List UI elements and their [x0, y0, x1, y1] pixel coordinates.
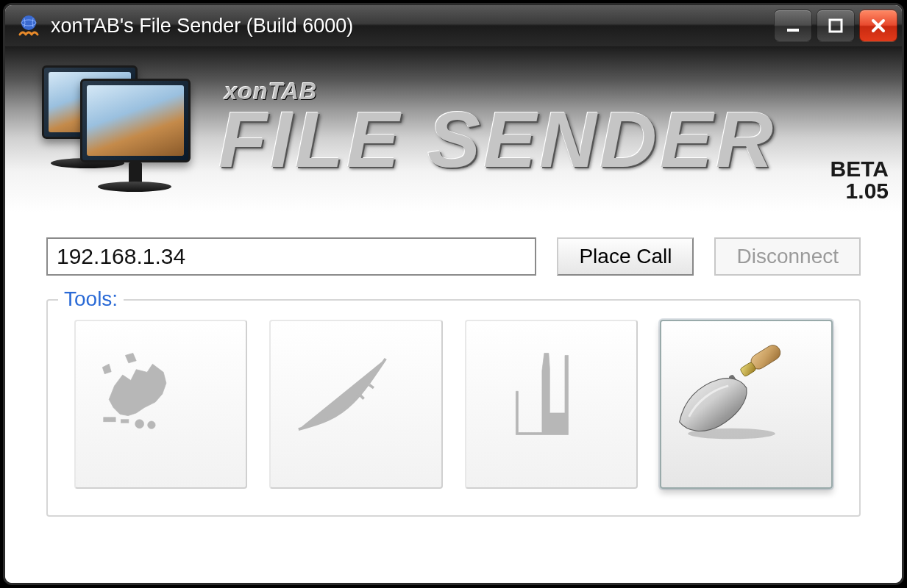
svg-point-0: [21, 15, 36, 30]
tool-2-icon: [288, 338, 424, 471]
tool-3-icon: [483, 338, 619, 471]
banner-title-text: FILE SENDER: [218, 98, 776, 181]
call-row: Place Call Disconnect: [46, 237, 861, 276]
tool-button-trowel[interactable]: [660, 320, 833, 489]
svg-marker-8: [126, 353, 137, 362]
beta-badge: BETA 1.05: [830, 158, 889, 202]
minimize-button[interactable]: [774, 10, 812, 42]
svg-rect-2: [787, 29, 799, 32]
tool-1-icon: [93, 338, 229, 471]
tool-button-2[interactable]: [269, 320, 442, 489]
client-area: Place Call Disconnect Tools:: [5, 212, 902, 583]
close-button[interactable]: [859, 10, 897, 42]
tool-button-3[interactable]: [465, 320, 638, 489]
monitors-graphic: [35, 60, 196, 199]
tool-button-1[interactable]: [74, 320, 247, 489]
svg-rect-4: [104, 417, 115, 421]
svg-marker-9: [102, 364, 111, 373]
window-controls: [774, 10, 897, 42]
svg-point-7: [148, 421, 155, 429]
app-icon: [15, 12, 42, 39]
svg-rect-3: [830, 20, 842, 32]
beta-label: BETA: [830, 158, 889, 180]
svg-point-6: [135, 419, 144, 428]
tools-group: Tools:: [46, 299, 861, 517]
trowel-icon: [673, 333, 819, 476]
banner: xonTAB FILE SENDER BETA 1.05: [5, 46, 902, 212]
svg-rect-5: [121, 419, 129, 422]
titlebar[interactable]: xonTAB's File Sender (Build 6000): [5, 5, 902, 46]
place-call-button[interactable]: Place Call: [557, 237, 694, 276]
tools-legend: Tools:: [58, 287, 124, 311]
beta-version: 1.05: [830, 180, 889, 202]
window-title: xonTAB's File Sender (Build 6000): [51, 15, 774, 37]
disconnect-button[interactable]: Disconnect: [714, 237, 861, 276]
app-window: xonTAB's File Sender (Build 6000) xonTAB…: [3, 3, 904, 585]
ip-address-input[interactable]: [46, 237, 536, 276]
maximize-button[interactable]: [817, 10, 855, 42]
tools-row: [74, 320, 833, 489]
